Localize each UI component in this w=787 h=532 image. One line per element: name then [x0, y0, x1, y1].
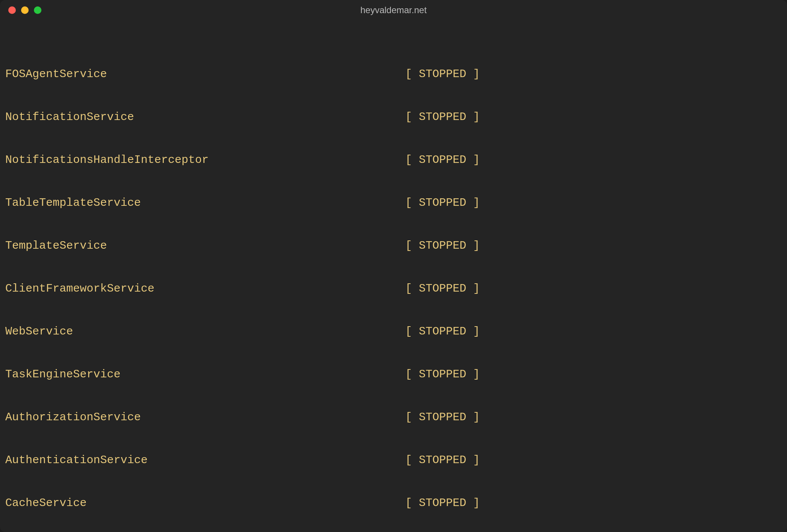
service-status: [ STOPPED ]	[405, 239, 480, 253]
service-status: [ STOPPED ]	[405, 410, 480, 424]
service-name: TableTemplateService	[5, 196, 405, 210]
service-status-row: TemplateService[ STOPPED ]	[5, 239, 782, 253]
service-name: AuthorizationService	[5, 410, 405, 424]
close-icon[interactable]	[8, 6, 16, 14]
service-name: TemplateService	[5, 239, 405, 253]
service-status-row: NotificationService[ STOPPED ]	[5, 110, 782, 124]
service-status: [ STOPPED ]	[405, 281, 480, 296]
titlebar: heyvaldemar.net	[0, 0, 787, 20]
service-status: [ STOPPED ]	[405, 196, 480, 210]
service-name: NotificationsHandleInterceptor	[5, 153, 405, 167]
service-status: [ STOPPED ]	[405, 110, 480, 124]
service-status: [ STOPPED ]	[405, 324, 480, 339]
service-status-row: NotificationsHandleInterceptor[ STOPPED …	[5, 153, 782, 167]
service-name: TaskEngineService	[5, 367, 405, 382]
service-status-row: CacheService[ STOPPED ]	[5, 496, 782, 510]
service-status: [ STOPPED ]	[405, 367, 480, 382]
service-status-row: ClientFrameworkService[ STOPPED ]	[5, 281, 782, 296]
service-status-row: WebService[ STOPPED ]	[5, 324, 782, 339]
service-name: FOSAgentService	[5, 67, 405, 81]
service-status-row: AuthenticationService[ STOPPED ]	[5, 453, 782, 467]
service-status-row: FOSAgentService[ STOPPED ]	[5, 67, 782, 81]
service-status: [ STOPPED ]	[405, 496, 480, 510]
terminal-output[interactable]: FOSAgentService[ STOPPED ] NotificationS…	[0, 20, 787, 532]
service-status: [ STOPPED ]	[405, 153, 480, 167]
service-status-row: TaskEngineService[ STOPPED ]	[5, 367, 782, 382]
traffic-lights	[8, 6, 41, 14]
terminal-window: heyvaldemar.net FOSAgentService[ STOPPED…	[0, 0, 787, 532]
service-name: ClientFrameworkService	[5, 281, 405, 296]
service-status: [ STOPPED ]	[405, 67, 480, 81]
service-name: CacheService	[5, 496, 405, 510]
window-title: heyvaldemar.net	[0, 5, 787, 15]
service-name: WebService	[5, 324, 405, 339]
service-status: [ STOPPED ]	[405, 453, 480, 467]
minimize-icon[interactable]	[21, 6, 29, 14]
service-name: NotificationService	[5, 110, 405, 124]
service-status-row: TableTemplateService[ STOPPED ]	[5, 196, 782, 210]
service-name: AuthenticationService	[5, 453, 405, 467]
maximize-icon[interactable]	[34, 6, 41, 14]
service-status-row: AuthorizationService[ STOPPED ]	[5, 410, 782, 424]
